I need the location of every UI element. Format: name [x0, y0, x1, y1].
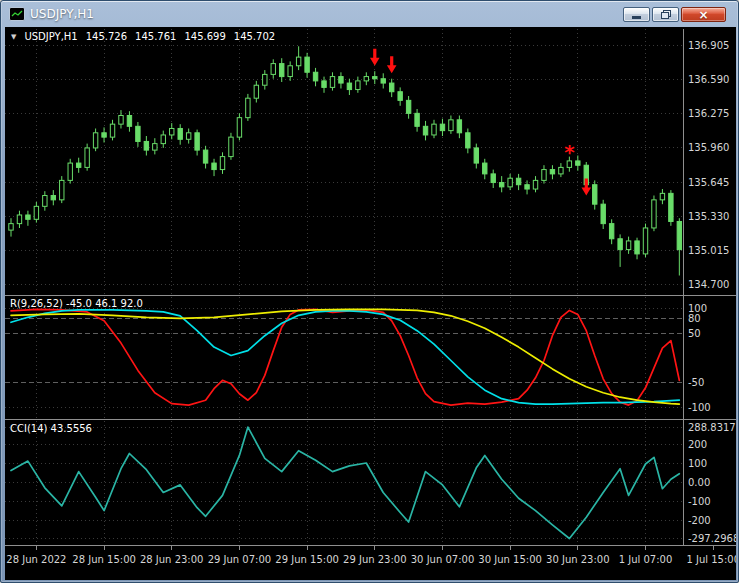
svg-text:28 Jun 23:00: 28 Jun 23:00: [140, 554, 204, 565]
svg-text:-100: -100: [688, 402, 711, 413]
svg-text:136.275: 136.275: [688, 108, 729, 119]
svg-text:80: 80: [688, 313, 701, 324]
ohlc-info-line: ▼ USDJPY,H1 145.726 145.761 145.699 145.…: [11, 31, 275, 42]
svg-text:-100: -100: [688, 496, 711, 507]
svg-text:29 Jun 07:00: 29 Jun 07:00: [208, 554, 272, 565]
restore-button[interactable]: [652, 7, 679, 22]
ohlc-open: 145.726: [86, 31, 127, 42]
svg-text:29 Jun 15:00: 29 Jun 15:00: [275, 554, 339, 565]
svg-text:136.905: 136.905: [688, 40, 729, 51]
restore-icon: [661, 10, 671, 19]
svg-text:100: 100: [688, 458, 707, 469]
svg-text:1 Jul 07:00: 1 Jul 07:00: [619, 554, 673, 565]
chart-window-icon: [9, 7, 25, 21]
svg-text:-50: -50: [688, 377, 704, 388]
indicator-label-r: R(9,26,52) -45.0 46.1 92.0: [10, 298, 143, 309]
svg-text:1 Jul 15:00: 1 Jul 15:00: [686, 554, 736, 565]
svg-text:0.00: 0.00: [688, 477, 710, 488]
svg-text:135.330: 135.330: [688, 211, 729, 222]
title-bar[interactable]: USDJPY,H1 ×: [1, 1, 738, 27]
svg-text:200: 200: [688, 439, 707, 450]
svg-text:135.960: 135.960: [688, 142, 729, 153]
ohlc-close: 145.702: [234, 31, 275, 42]
chart-area[interactable]: 136.905136.590136.275135.960135.645135.3…: [5, 27, 736, 580]
svg-text:30 Jun 23:00: 30 Jun 23:00: [546, 554, 610, 565]
svg-text:50: 50: [688, 328, 701, 339]
minimize-icon: [632, 16, 641, 19]
window-controls: ×: [623, 7, 726, 22]
svg-text:29 Jun 23:00: 29 Jun 23:00: [343, 554, 407, 565]
chart-symbol-label: USDJPY,H1: [24, 31, 77, 42]
window-title: USDJPY,H1: [30, 7, 94, 21]
close-icon: ×: [698, 9, 708, 21]
svg-text:28 Jun 2022: 28 Jun 2022: [6, 554, 66, 565]
close-button[interactable]: ×: [681, 7, 726, 22]
svg-text:-200: -200: [688, 515, 711, 526]
svg-text:-297.2968: -297.2968: [688, 533, 736, 544]
svg-text:*: *: [564, 140, 575, 164]
minimize-button[interactable]: [623, 7, 650, 22]
svg-text:135.015: 135.015: [688, 245, 729, 256]
svg-text:30 Jun 07:00: 30 Jun 07:00: [411, 554, 475, 565]
ohlc-low: 145.699: [184, 31, 225, 42]
svg-text:288.8317: 288.8317: [688, 422, 736, 433]
indicator-label-cci: CCI(14) 43.5556: [10, 423, 92, 434]
svg-text:28 Jun 15:00: 28 Jun 15:00: [72, 554, 136, 565]
chart-window: USDJPY,H1 × 136.905136.590136.275135.960…: [0, 0, 739, 583]
svg-text:136.590: 136.590: [688, 74, 729, 85]
ohlc-high: 145.761: [135, 31, 176, 42]
svg-text:135.645: 135.645: [688, 177, 729, 188]
svg-text:134.700: 134.700: [688, 279, 729, 290]
svg-text:30 Jun 15:00: 30 Jun 15:00: [478, 554, 542, 565]
symbol-dropdown-icon[interactable]: ▼: [11, 33, 16, 41]
